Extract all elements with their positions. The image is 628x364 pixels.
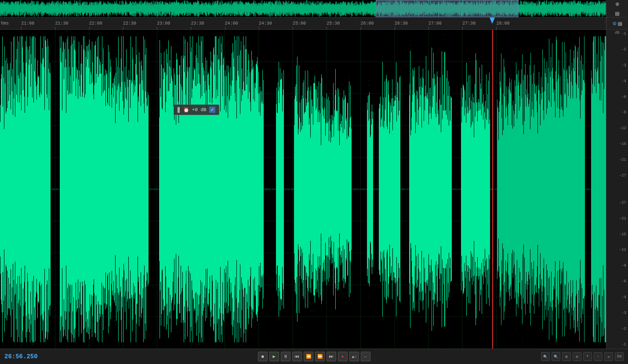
- transport-buttons: ■ ▶ ⏸ ⏮ ⏪ ⏩ ⏭ ● ▲□ ↔: [258, 352, 370, 361]
- timeline-marker: 21:00: [21, 21, 34, 26]
- timeline-marker: 22:00: [89, 21, 102, 26]
- zoom-out-sel-button[interactable]: ⊟: [573, 352, 581, 361]
- minimap-selection[interactable]: [376, 0, 519, 17]
- record-button[interactable]: ●: [338, 352, 348, 361]
- timeline-marker: 23:30: [191, 21, 204, 26]
- timeline-hms: hms: [1, 21, 9, 26]
- timeline-marker: 25:00: [293, 21, 306, 26]
- db-label: -21: [608, 216, 626, 221]
- volume-bars-icon: ▊: [178, 107, 181, 113]
- timeline-marker: 24:00: [225, 21, 238, 26]
- db-label: -27: [608, 201, 626, 205]
- minimap-controls: ⊕ ▤: [606, 0, 628, 17]
- db-label: -9: [608, 263, 626, 268]
- timeline-marker: 27:00: [428, 21, 442, 26]
- db-label: -6: [608, 95, 626, 99]
- timeline-tick: [293, 27, 293, 29]
- timeline-marker: 27:30: [462, 21, 476, 26]
- zoom-in-v-button[interactable]: +: [583, 352, 592, 361]
- timeline-tick: [361, 27, 361, 29]
- timeline-tick: [462, 27, 463, 29]
- db-label: -15: [608, 142, 626, 146]
- timeline-marker: 26:30: [395, 21, 408, 26]
- timeline-tick: [327, 27, 327, 29]
- timeline-tick: [55, 27, 55, 29]
- zoom-controls: 🔍 🔍 ⊞ ⊟ + - ↺ Ie: [541, 352, 624, 361]
- db-label: -4: [608, 79, 626, 83]
- timeline-tick: [259, 27, 259, 29]
- stop-button[interactable]: ■: [258, 352, 268, 361]
- zoom-in-h-button[interactable]: 🔍: [541, 352, 550, 361]
- db-label: -3: [608, 63, 626, 68]
- db-label: -27: [608, 173, 626, 178]
- timeline-tick: [157, 27, 157, 29]
- pause-button[interactable]: ⏸: [281, 352, 290, 361]
- db-scale: -1-2-3-4-6-9-12-15-21-27-27-21-15-12-9-6…: [606, 30, 628, 349]
- timeline-marker: 24:30: [259, 21, 272, 26]
- timeline-marker: 22:30: [123, 21, 136, 26]
- timeline-tick: [123, 27, 123, 29]
- timeline-marker: 25:30: [327, 21, 340, 26]
- minimap-icon-1[interactable]: ⊕: [615, 0, 619, 8]
- transport-bar: 26:56.250 ■ ▶ ⏸ ⏮ ⏪ ⏩ ⏭ ● ▲□ ↔ 🔍 🔍 ⊞ ⊟ +…: [0, 349, 628, 364]
- db-label: -1: [608, 342, 626, 347]
- export-button[interactable]: ▲□: [349, 352, 359, 361]
- minimap[interactable]: ⊕ ▤: [0, 0, 628, 18]
- timeline-right-controls: ⊙ ▤: [606, 18, 628, 29]
- timeline-tick: [428, 27, 429, 29]
- time-display: 26:56.250: [4, 353, 44, 360]
- zoom-out-h-button[interactable]: 🔍: [552, 352, 560, 361]
- to-end-button[interactable]: ⏭: [327, 352, 336, 361]
- zoom-out-v-button[interactable]: -: [594, 352, 603, 361]
- fast-forward-button[interactable]: ⏩: [315, 352, 325, 361]
- zoom-in-sel-button[interactable]: ⊞: [562, 352, 571, 361]
- db-label: -6: [608, 279, 626, 284]
- expand-button[interactable]: ⤢: [209, 107, 215, 113]
- play-button[interactable]: ▶: [269, 352, 279, 361]
- timeline-marker: 23:00: [157, 21, 170, 26]
- timeline-ctrl-1[interactable]: ⊙: [613, 20, 616, 27]
- db-label: -2: [608, 47, 626, 52]
- db-label: -21: [608, 158, 626, 162]
- track-controls-panel[interactable]: ▊ ⏰ +0 dB ⤢: [174, 105, 219, 115]
- rewind-button[interactable]: ⏪: [304, 352, 313, 361]
- clock-icon: ⏰: [183, 107, 189, 113]
- timeline-marker: 28:00: [496, 21, 509, 26]
- timeline-marker: 26:00: [361, 21, 374, 26]
- timeline-marker: 21:30: [55, 21, 68, 26]
- waveform-canvas: [0, 30, 606, 349]
- zoom-extra-button[interactable]: Ie: [615, 352, 624, 361]
- timeline-ctrl-2[interactable]: ▤: [618, 20, 622, 27]
- db-header: dB: [606, 30, 628, 35]
- timeline-tick: [89, 27, 90, 29]
- timeline-tick: [191, 27, 191, 29]
- db-label: -12: [608, 126, 626, 130]
- db-label: -12: [608, 248, 626, 252]
- zoom-reset-button[interactable]: ↺: [604, 352, 613, 361]
- timeline-tick: [21, 27, 22, 29]
- db-label: -9: [608, 110, 626, 115]
- waveform-area[interactable]: -1-2-3-4-6-9-12-15-21-27-27-21-15-12-9-6…: [0, 30, 628, 349]
- minimap-icon-2[interactable]: ▤: [615, 10, 619, 17]
- timeline-tick: [496, 27, 497, 29]
- timeline-tick: [225, 27, 225, 29]
- db-label: -15: [608, 232, 626, 237]
- loop-button[interactable]: ↔: [361, 352, 370, 361]
- to-start-button[interactable]: ⏮: [292, 352, 302, 361]
- timeline-tick: [395, 27, 395, 29]
- db-label: -2: [608, 327, 626, 331]
- timeline-labels: hms 21:0021:3022:0022:3023:0023:3024:002…: [0, 18, 606, 29]
- db-label: -3: [608, 311, 626, 315]
- timeline-ruler[interactable]: hms 21:0021:3022:0022:3023:0023:3024:002…: [0, 18, 628, 30]
- db-label: -4: [608, 295, 626, 299]
- volume-label: +0 dB: [192, 107, 207, 112]
